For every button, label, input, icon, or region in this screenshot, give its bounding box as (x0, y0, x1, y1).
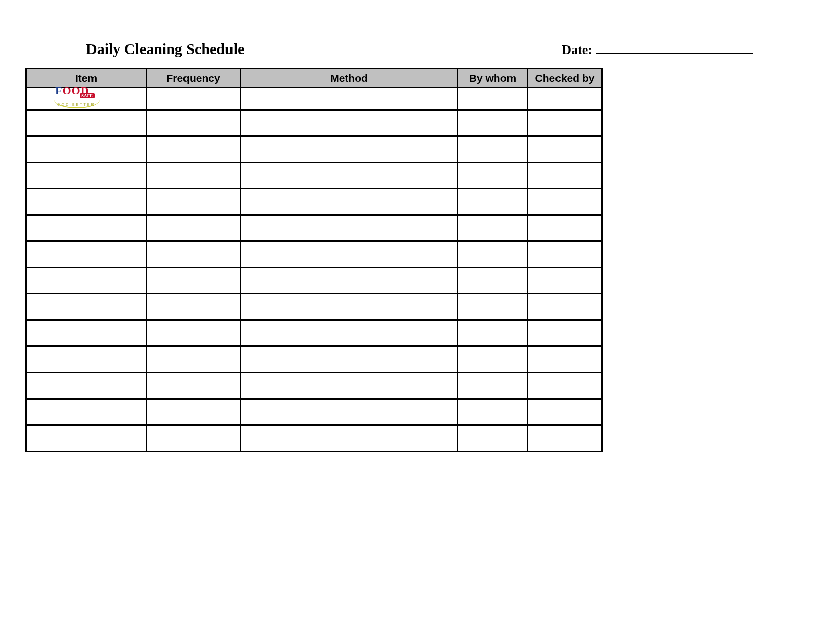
cell-by_whom[interactable] (458, 136, 528, 163)
food-safe-logo: FOODSAFEOOD BETTER (27, 88, 146, 109)
cell-by_whom[interactable] (458, 88, 528, 110)
cell-method[interactable] (241, 346, 458, 373)
logo-safe-badge: SAFE (80, 93, 95, 98)
cell-checked_by[interactable] (528, 163, 603, 189)
cell-item[interactable] (26, 373, 147, 399)
cell-checked_by[interactable] (528, 88, 603, 110)
cell-item[interactable] (26, 136, 147, 163)
cell-method[interactable] (241, 136, 458, 163)
logo-subtext: OOD BETTER (57, 103, 96, 106)
cell-method[interactable] (241, 163, 458, 189)
cell-item[interactable]: FOODSAFEOOD BETTER (26, 88, 147, 110)
cell-method[interactable] (241, 241, 458, 268)
cell-frequency[interactable] (147, 136, 241, 163)
date-label: Date: (562, 42, 592, 58)
cell-item[interactable] (26, 294, 147, 320)
cell-checked_by[interactable] (528, 294, 603, 320)
cell-item[interactable] (26, 163, 147, 189)
col-header-checked-by: Checked by (528, 69, 603, 88)
cell-by_whom[interactable] (458, 215, 528, 241)
table-row (26, 189, 603, 215)
cell-item[interactable] (26, 215, 147, 241)
table-row (26, 425, 603, 452)
cell-method[interactable] (241, 189, 458, 215)
cell-method[interactable] (241, 294, 458, 320)
cell-by_whom[interactable] (458, 110, 528, 136)
cell-method[interactable] (241, 425, 458, 452)
page-title: Daily Cleaning Schedule (86, 40, 244, 58)
table-body: FOODSAFEOOD BETTER (26, 88, 603, 452)
cell-frequency[interactable] (147, 425, 241, 452)
cell-method[interactable] (241, 320, 458, 346)
table-row (26, 110, 603, 136)
cell-frequency[interactable] (147, 373, 241, 399)
cell-item[interactable] (26, 346, 147, 373)
cell-method[interactable] (241, 110, 458, 136)
cell-method[interactable] (241, 399, 458, 425)
cell-by_whom[interactable] (458, 294, 528, 320)
cell-frequency[interactable] (147, 88, 241, 110)
cell-item[interactable] (26, 189, 147, 215)
cell-item[interactable] (26, 241, 147, 268)
cell-method[interactable] (241, 373, 458, 399)
cell-frequency[interactable] (147, 399, 241, 425)
cell-item[interactable] (26, 320, 147, 346)
table-row (26, 163, 603, 189)
table-row (26, 215, 603, 241)
cell-by_whom[interactable] (458, 346, 528, 373)
cell-frequency[interactable] (147, 163, 241, 189)
col-header-by-whom: By whom (458, 69, 528, 88)
cell-checked_by[interactable] (528, 136, 603, 163)
cell-item[interactable] (26, 425, 147, 452)
schedule-table: Item Frequency Method By whom Checked by… (25, 68, 603, 452)
table-row (26, 136, 603, 163)
cell-checked_by[interactable] (528, 268, 603, 294)
col-header-method: Method (241, 69, 458, 88)
cell-checked_by[interactable] (528, 346, 603, 373)
cell-checked_by[interactable] (528, 425, 603, 452)
header-row: Daily Cleaning Schedule Date: (25, 40, 809, 68)
page: Daily Cleaning Schedule Date: Item Frequ… (0, 0, 834, 477)
cell-frequency[interactable] (147, 215, 241, 241)
cell-method[interactable] (241, 88, 458, 110)
cell-frequency[interactable] (147, 241, 241, 268)
cell-item[interactable] (26, 399, 147, 425)
table-row (26, 241, 603, 268)
cell-by_whom[interactable] (458, 163, 528, 189)
cell-by_whom[interactable] (458, 241, 528, 268)
cell-checked_by[interactable] (528, 241, 603, 268)
cell-item[interactable] (26, 110, 147, 136)
cell-by_whom[interactable] (458, 320, 528, 346)
table-row (26, 294, 603, 320)
cell-frequency[interactable] (147, 320, 241, 346)
cell-by_whom[interactable] (458, 399, 528, 425)
cell-checked_by[interactable] (528, 110, 603, 136)
table-row (26, 373, 603, 399)
table-row (26, 268, 603, 294)
cell-frequency[interactable] (147, 294, 241, 320)
cell-checked_by[interactable] (528, 320, 603, 346)
col-header-frequency: Frequency (147, 69, 241, 88)
cell-by_whom[interactable] (458, 189, 528, 215)
cell-method[interactable] (241, 215, 458, 241)
cell-frequency[interactable] (147, 189, 241, 215)
table-row (26, 346, 603, 373)
cell-checked_by[interactable] (528, 373, 603, 399)
table-row (26, 399, 603, 425)
cell-frequency[interactable] (147, 110, 241, 136)
date-field: Date: (562, 42, 753, 58)
cell-frequency[interactable] (147, 346, 241, 373)
cell-method[interactable] (241, 268, 458, 294)
date-value-line[interactable] (596, 43, 753, 54)
table-header-row: Item Frequency Method By whom Checked by (26, 69, 603, 88)
cell-by_whom[interactable] (458, 425, 528, 452)
cell-checked_by[interactable] (528, 215, 603, 241)
cell-frequency[interactable] (147, 268, 241, 294)
table-row: FOODSAFEOOD BETTER (26, 88, 603, 110)
cell-by_whom[interactable] (458, 268, 528, 294)
cell-item[interactable] (26, 268, 147, 294)
cell-by_whom[interactable] (458, 373, 528, 399)
cell-checked_by[interactable] (528, 189, 603, 215)
cell-checked_by[interactable] (528, 399, 603, 425)
table-row (26, 320, 603, 346)
